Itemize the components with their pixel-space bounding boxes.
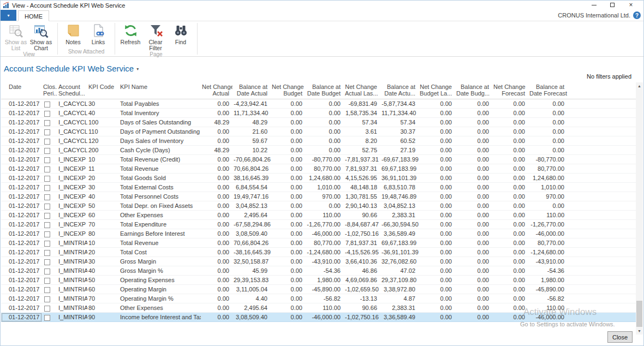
cell-date[interactable]: 01-12-2017 [1,99,42,109]
cell-date[interactable]: 01-12-2017 [1,201,42,211]
cell-net-change-actual-last[interactable]: 3,66,410.36 [344,257,380,266]
cell-date[interactable]: 01-12-2017 [1,229,42,238]
cell-balance-at-date-forecast[interactable]: -43,910.00 [528,257,568,266]
table-row[interactable]: 01-12-2017I_MINTRIAL20Total Cost0.00-38,… [1,248,638,257]
cell-net-change-actual[interactable]: 48.29 [201,118,232,127]
cell-balance-at-date-forecast[interactable]: 0.00 [528,136,568,146]
table-row[interactable]: 01-12-2017I_MINTRIAL90Income before Inte… [1,313,638,322]
cell-kpi-name[interactable]: Operating Expenses [119,276,201,285]
cell-balance-at-date-forecast[interactable]: 80,770.00 [528,164,568,174]
cell-account-schedule[interactable]: I_INCEXP [57,220,87,229]
column-header-balance-at-date-budget[interactable]: Balance atDate Budget [306,82,344,99]
cell-net-change-budget[interactable]: 0.00 [271,220,306,229]
cell-net-change-forecast[interactable]: 0.00 [492,155,528,164]
cell-account-schedule[interactable]: I_CACYCLE [57,127,87,136]
cell-net-change-budget[interactable]: 0.00 [271,183,306,192]
cell-net-change-forecast[interactable]: 0.00 [492,313,528,322]
cell-date[interactable]: 01-12-2017 [1,313,42,322]
cell-closing-period[interactable] [42,229,57,238]
cell-net-change-forecast[interactable]: 0.00 [492,183,528,192]
cell-balance-at-date-budget[interactable]: 1,010.00 [306,183,344,192]
cell-net-change-budget-last[interactable]: 0.00 [419,109,455,118]
column-header-net-change-actual[interactable]: Net ChangeActual [201,82,232,99]
cell-balance-at-date-actual-last[interactable]: 11,71,334.40 [380,109,419,118]
cell-balance-at-date-budget-last[interactable]: 0.00 [455,146,492,155]
table-row[interactable]: 01-12-2017I_INCEXP50Total Depr. on Fixed… [1,201,638,211]
cell-net-change-actual[interactable]: 0.00 [201,229,232,238]
cell-balance-at-date-budget[interactable]: -80,770.00 [306,155,344,164]
cell-balance-at-date-budget-last[interactable]: 0.00 [455,136,492,146]
cell-closing-period[interactable] [42,220,57,229]
closing-period-checkbox[interactable] [44,259,50,265]
cell-account-schedule[interactable]: I_INCEXP [57,183,87,192]
cell-net-change-actual[interactable]: 0.00 [201,248,232,257]
cell-kpi-name[interactable]: Total External Costs [119,183,201,192]
cell-date[interactable]: 01-12-2017 [1,257,42,266]
cell-closing-period[interactable] [42,285,57,294]
vertical-scrollbar[interactable]: ▲ ▼ [636,82,643,335]
cell-net-change-actual-last[interactable]: -69,831.49 [344,99,380,109]
cell-balance-at-date-budget-last[interactable]: 0.00 [455,164,492,174]
cell-balance-at-date-forecast[interactable]: 0.00 [528,146,568,155]
cell-date[interactable]: 01-12-2017 [1,285,42,294]
cell-net-change-actual-last[interactable]: 90.66 [344,211,380,220]
page-title[interactable]: Account Schedule KPI Web Service [4,64,134,73]
cell-net-change-budget[interactable]: 0.00 [271,303,306,313]
cell-net-change-budget[interactable]: 0.00 [271,294,306,303]
cell-net-change-budget-last[interactable]: 0.00 [419,248,455,257]
cell-balance-at-date-forecast[interactable]: -80,770.00 [528,155,568,164]
cell-net-change-actual-last[interactable]: 2,90,140.13 [344,201,380,211]
cell-balance-at-date-forecast[interactable]: 110.00 [528,211,568,220]
cell-balance-at-date-forecast[interactable]: -45,890.00 [528,285,568,294]
cell-balance-at-date-budget-last[interactable]: 0.00 [455,109,492,118]
cell-balance-at-date-forecast[interactable]: -56.82 [528,294,568,303]
column-header-balance-at-date-forecast[interactable]: Balance atDate Forecast [528,82,568,99]
cell-net-change-budget[interactable]: 0.00 [271,285,306,294]
cell-balance-at-date-budget[interactable]: 0.00 [306,201,344,211]
refresh-button[interactable]: Refresh [118,22,143,45]
cell-date[interactable]: 01-12-2017 [1,266,42,276]
links-button[interactable]: Links [86,22,111,45]
cell-kpi-name[interactable]: Total Cost [119,248,201,257]
cell-account-schedule[interactable]: I_INCEXP [57,229,87,238]
cell-net-change-budget-last[interactable]: 0.00 [419,136,455,146]
cell-date[interactable]: 01-12-2017 [1,303,42,313]
cell-kpi-code[interactable]: 20 [87,174,119,183]
cell-net-change-budget-last[interactable]: 0.00 [419,229,455,238]
cell-net-change-actual[interactable]: 0.00 [201,183,232,192]
table-row[interactable]: 01-12-2017I_CACYCLE30Total Payables0.00-… [1,99,638,109]
cell-net-change-budget[interactable]: 0.00 [271,109,306,118]
cell-net-change-actual-last[interactable]: 52.75 [344,146,380,155]
column-header-balance-at-date-actual[interactable]: Balance atDate Actual [232,82,271,99]
cell-net-change-actual[interactable]: 0.00 [201,174,232,183]
cell-net-change-actual-last[interactable]: 48,148.18 [344,183,380,192]
cell-balance-at-date-actual-last[interactable]: -5,87,734.43 [380,99,419,109]
cell-net-change-budget[interactable]: 0.00 [271,238,306,248]
cell-closing-period[interactable] [42,303,57,313]
table-row[interactable]: 01-12-2017I_CACYCLE40Total Inventory0.00… [1,109,638,118]
cell-closing-period[interactable] [42,248,57,257]
cell-balance-at-date-forecast[interactable]: 1,980.00 [528,276,568,285]
cell-balance-at-date-budget[interactable]: 1,980.00 [306,276,344,285]
cell-balance-at-date-actual-last[interactable]: 60.52 [380,136,419,146]
cell-kpi-code[interactable]: 40 [87,109,119,118]
table-row[interactable]: 01-12-2017I_CACYCLE100Days of Sales Outs… [1,118,638,127]
clear-filter-button[interactable]: Clear Filter [143,22,168,51]
cell-net-change-budget[interactable]: 0.00 [271,146,306,155]
cell-net-change-budget-last[interactable]: 0.00 [419,266,455,276]
table-row[interactable]: 01-12-2017I_MINTRIAL50Operating Expenses… [1,276,638,285]
closing-period-checkbox[interactable] [44,222,50,228]
cell-net-change-forecast[interactable]: 0.00 [492,248,528,257]
cell-date[interactable]: 01-12-2017 [1,294,42,303]
cell-kpi-code[interactable]: 50 [87,201,119,211]
cell-net-change-budget[interactable]: 0.00 [271,127,306,136]
table-row[interactable]: 01-12-2017I_CACYCLE120Days Sales of Inve… [1,136,638,146]
cell-balance-at-date-actual[interactable]: -38,16,645.39 [232,248,271,257]
cell-balance-at-date-forecast[interactable]: 80,770.00 [528,238,568,248]
cell-date[interactable]: 01-12-2017 [1,155,42,164]
cell-balance-at-date-budget-last[interactable]: 0.00 [455,257,492,266]
cell-balance-at-date-actual[interactable]: 70,66,804.26 [232,164,271,174]
cell-kpi-code[interactable]: 90 [87,313,119,322]
cell-net-change-actual[interactable]: 0.00 [201,155,232,164]
cell-net-change-budget-last[interactable]: 0.00 [419,155,455,164]
